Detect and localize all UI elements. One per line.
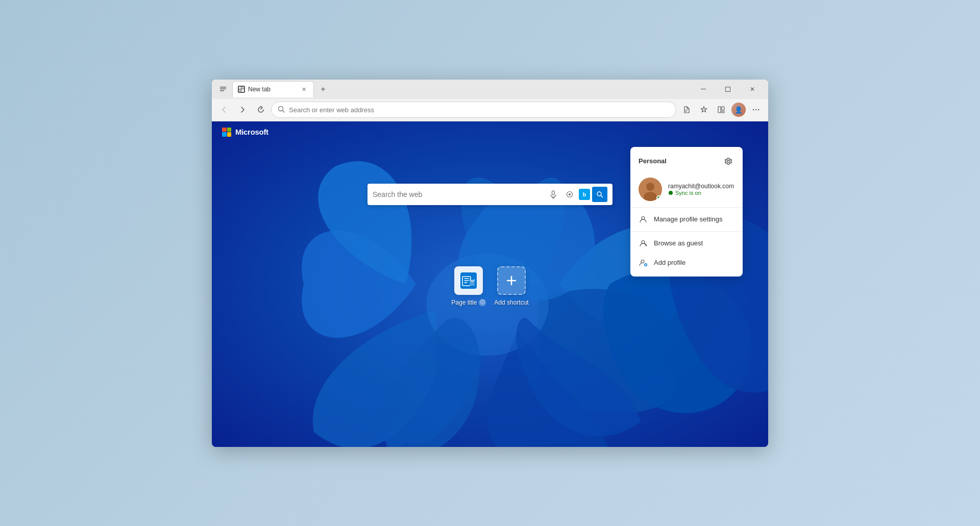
- window-controls: ✕: [692, 81, 764, 97]
- svg-point-34: [646, 183, 654, 191]
- svg-rect-0: [220, 87, 226, 88]
- refresh-button[interactable]: [253, 102, 269, 118]
- shortcut-info-button[interactable]: ⓘ: [479, 299, 486, 306]
- favorites-button[interactable]: [696, 102, 712, 118]
- browser-content: Microsoft: [212, 121, 768, 447]
- profile-sync-status: Sync is on: [668, 190, 734, 196]
- profile-button[interactable]: 👤: [731, 103, 746, 117]
- manage-profile-label: Manage profile settings: [654, 215, 722, 223]
- visual-search-button[interactable]: [562, 187, 577, 202]
- address-bar[interactable]: [271, 102, 676, 118]
- active-tab[interactable]: New tab ✕: [232, 81, 314, 97]
- browse-as-guest-item[interactable]: Browse as guest: [630, 234, 743, 253]
- svg-point-36: [669, 191, 673, 195]
- nav-right-buttons: 👤: [678, 102, 764, 118]
- shortcut-add[interactable]: Add shortcut: [494, 266, 528, 306]
- tab-favicon: [238, 86, 245, 93]
- svg-point-17: [755, 109, 756, 110]
- title-bar: New tab ✕ + ✕: [212, 80, 768, 99]
- search-submit-button[interactable]: [592, 187, 607, 202]
- newtab-search-input[interactable]: [373, 190, 542, 198]
- svg-rect-15: [722, 111, 724, 113]
- svg-rect-21: [552, 191, 555, 195]
- svg-point-25: [569, 193, 571, 195]
- address-search-icon: [278, 106, 285, 114]
- profile-dropdown: Personal: [630, 147, 743, 277]
- add-profile-icon: [639, 258, 648, 267]
- svg-rect-5: [239, 89, 241, 92]
- manage-profile-icon: [639, 215, 648, 224]
- shortcut-add-label: Add shortcut: [494, 299, 528, 306]
- collections-button[interactable]: [713, 102, 729, 118]
- divider-1: [630, 207, 743, 208]
- newtab-search-box[interactable]: b: [368, 184, 612, 205]
- voice-search-button[interactable]: [546, 187, 560, 202]
- shortcut-page-title[interactable]: Page title ⓘ: [451, 266, 486, 306]
- svg-line-27: [601, 195, 602, 197]
- svg-rect-3: [239, 87, 241, 89]
- browse-as-guest-icon: [639, 239, 648, 248]
- new-tab-button[interactable]: +: [316, 82, 330, 96]
- desktop: New tab ✕ + ✕: [0, 0, 980, 526]
- svg-rect-2: [220, 90, 224, 91]
- tab-strip-button[interactable]: [216, 82, 230, 96]
- tab-close-button[interactable]: ✕: [299, 85, 308, 94]
- manage-profile-item[interactable]: Manage profile settings: [630, 210, 743, 229]
- nav-bar: 👤: [212, 99, 768, 121]
- extensions-button[interactable]: [678, 102, 695, 118]
- svg-rect-6: [241, 89, 244, 92]
- svg-rect-4: [241, 87, 244, 89]
- ms-logo-text: Microsoft: [235, 128, 268, 136]
- profile-user-info: ramyachit@outlook.com Sync is on: [668, 183, 734, 196]
- svg-rect-29: [462, 277, 471, 286]
- divider-2: [630, 231, 743, 232]
- profile-avatar: [639, 178, 662, 201]
- back-button[interactable]: [216, 102, 232, 118]
- svg-rect-7: [701, 89, 706, 89]
- ms-grid-icon: [222, 128, 231, 137]
- forward-button[interactable]: [234, 102, 251, 118]
- more-options-button[interactable]: [748, 102, 764, 118]
- newtab-top-bar: Microsoft: [212, 121, 768, 143]
- svg-line-10: [283, 110, 285, 112]
- add-profile-item[interactable]: Add profile: [630, 253, 743, 272]
- browse-as-guest-label: Browse as guest: [654, 239, 703, 247]
- address-input[interactable]: [289, 106, 670, 114]
- profile-email: ramyachit@outlook.com: [668, 183, 734, 190]
- shortcut-add-icon: [497, 266, 526, 295]
- add-profile-label: Add profile: [654, 259, 685, 266]
- shortcuts-area: Page title ⓘ Add shortcut: [451, 266, 528, 306]
- shortcut-page-title-label: Page title ⓘ: [451, 299, 486, 306]
- close-button[interactable]: ✕: [741, 81, 764, 97]
- svg-rect-1: [220, 88, 226, 89]
- minimize-button[interactable]: [692, 81, 715, 97]
- profile-user-row[interactable]: ramyachit@outlook.com Sync is on: [630, 173, 743, 205]
- maximize-button[interactable]: [716, 81, 740, 97]
- svg-point-18: [758, 109, 759, 110]
- svg-rect-8: [726, 87, 730, 91]
- shortcut-page-title-icon: [454, 266, 483, 295]
- profile-dropdown-header: Personal: [630, 153, 743, 173]
- svg-point-16: [753, 109, 754, 110]
- svg-rect-13: [718, 107, 721, 113]
- newtab-search-area: b: [368, 184, 612, 205]
- profile-section-title: Personal: [639, 157, 667, 165]
- tab-label: New tab: [248, 86, 296, 93]
- svg-rect-14: [722, 107, 724, 110]
- sync-indicator: [656, 195, 662, 201]
- search-icon-area: b: [546, 187, 607, 202]
- microsoft-logo[interactable]: Microsoft: [222, 128, 268, 137]
- profile-settings-button[interactable]: [722, 155, 734, 167]
- bing-logo: b: [579, 189, 590, 200]
- browser-window: New tab ✕ + ✕: [212, 80, 768, 447]
